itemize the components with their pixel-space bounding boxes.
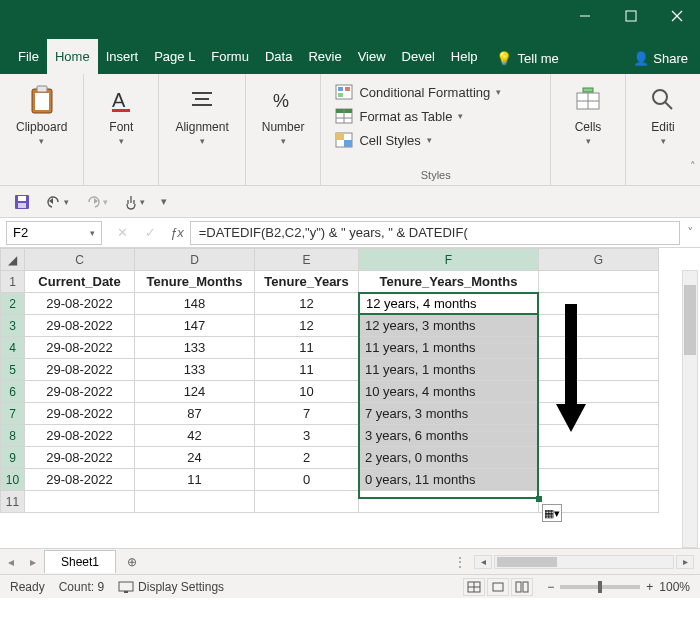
undo-button[interactable]: ▾ [42,193,73,211]
collapse-ribbon-icon[interactable]: ˄ [690,160,696,173]
editing-button[interactable]: Editi ▾ [636,80,690,150]
row-header[interactable]: 5 [1,359,25,381]
cell[interactable] [539,315,659,337]
cell[interactable]: 12 years, 4 months [359,293,539,315]
cell[interactable]: Current_Date [25,271,135,293]
cell[interactable] [539,425,659,447]
format-as-table-button[interactable]: Format as Table ▾ [331,106,540,126]
cell[interactable] [539,403,659,425]
cell[interactable]: 3 [255,425,359,447]
scroll-right-button[interactable]: ▸ [676,555,694,569]
cell[interactable]: 29-08-2022 [25,359,135,381]
tab-data[interactable]: Data [257,39,300,74]
column-header[interactable]: E [255,249,359,271]
cell[interactable]: 11 years, 1 months [359,337,539,359]
horizontal-scrollbar[interactable]: ⋮ ◂ ▸ [448,555,700,569]
cell[interactable]: 11 [255,359,359,381]
cell[interactable]: 0 years, 11 months [359,469,539,491]
tab-file[interactable]: File [10,39,47,74]
cell[interactable]: 148 [135,293,255,315]
column-header[interactable]: F [359,249,539,271]
cell[interactable] [539,359,659,381]
cell[interactable]: 29-08-2022 [25,293,135,315]
formula-input[interactable]: =DATEDIF(B2,C2,"y") & " years, " & DATED… [190,221,680,245]
tab-developer[interactable]: Devel [394,39,443,74]
scrollbar-thumb[interactable] [497,557,557,567]
cell[interactable]: 29-08-2022 [25,315,135,337]
cell[interactable]: 2 years, 0 months [359,447,539,469]
zoom-slider[interactable] [560,585,640,589]
cell[interactable]: 11 [255,337,359,359]
paste-button[interactable]: Clipboard ▾ [10,80,73,150]
touch-mode-button[interactable]: ▾ [120,192,149,212]
cell[interactable]: 29-08-2022 [25,381,135,403]
number-button[interactable]: % Number ▾ [256,80,311,150]
cell[interactable]: 29-08-2022 [25,337,135,359]
cell[interactable]: 11 [135,469,255,491]
sheet-tab[interactable]: Sheet1 [44,550,116,573]
cell[interactable]: 12 [255,293,359,315]
row-header[interactable]: 10 [1,469,25,491]
close-button[interactable] [654,0,700,32]
page-break-view-button[interactable] [511,578,533,596]
tab-formulas[interactable]: Formu [203,39,257,74]
cell[interactable]: Tenure_Years_Months [359,271,539,293]
cell[interactable]: Tenure_Years [255,271,359,293]
share-button[interactable]: 👤 Share [621,43,700,74]
tab-review[interactable]: Revie [300,39,349,74]
zoom-out-button[interactable]: − [547,580,554,594]
cell[interactable]: 29-08-2022 [25,447,135,469]
tell-me[interactable]: 💡 Tell me [486,43,569,74]
cell[interactable]: 10 years, 4 months [359,381,539,403]
scrollbar-thumb[interactable] [684,285,696,355]
row-header[interactable]: 11 [1,491,25,513]
qat-customize-button[interactable]: ▾ [157,193,171,210]
cell[interactable]: 12 [255,315,359,337]
cell[interactable]: 87 [135,403,255,425]
cell[interactable] [539,469,659,491]
sheet-nav-prev[interactable]: ◂ [0,555,22,569]
cell[interactable]: 3 years, 6 months [359,425,539,447]
sheet-nav-next[interactable]: ▸ [22,555,44,569]
cell[interactable] [539,381,659,403]
cell[interactable]: 147 [135,315,255,337]
cell[interactable]: Tenure_Months [135,271,255,293]
cell[interactable]: 10 [255,381,359,403]
fx-icon[interactable]: ƒx [164,225,190,240]
row-header[interactable]: 4 [1,337,25,359]
tab-help[interactable]: Help [443,39,486,74]
cell[interactable] [539,447,659,469]
expand-formula-bar-button[interactable]: ˅ [680,225,700,240]
cell[interactable] [25,491,135,513]
cell[interactable]: 2 [255,447,359,469]
cells-button[interactable]: Cells ▾ [561,80,615,150]
cell[interactable]: 0 [255,469,359,491]
display-settings-button[interactable]: Display Settings [118,580,224,594]
cell[interactable]: 24 [135,447,255,469]
row-header[interactable]: 2 [1,293,25,315]
column-header[interactable]: G [539,249,659,271]
column-header[interactable]: C [25,249,135,271]
row-header[interactable]: 1 [1,271,25,293]
cell[interactable]: 42 [135,425,255,447]
alignment-button[interactable]: Alignment ▾ [169,80,234,150]
autofill-options-button[interactable]: ▦▾ [542,504,562,522]
cell[interactable] [539,271,659,293]
cell[interactable]: 133 [135,337,255,359]
font-button[interactable]: A Font ▾ [94,80,148,150]
cell-styles-button[interactable]: Cell Styles ▾ [331,130,540,150]
redo-button[interactable]: ▾ [81,193,112,211]
select-all-button[interactable]: ◢ [1,249,25,271]
cell[interactable]: 7 [255,403,359,425]
cell[interactable] [255,491,359,513]
cancel-formula-button[interactable]: ✕ [108,221,136,245]
cell[interactable]: 124 [135,381,255,403]
minimize-button[interactable] [562,0,608,32]
worksheet-grid[interactable]: ◢ C D E F G 1 Current_Date Tenure_Months… [0,248,700,548]
vertical-scrollbar[interactable] [682,270,698,548]
tab-home[interactable]: Home [47,39,98,74]
name-box[interactable]: F2 ▾ [6,221,102,245]
row-header[interactable]: 6 [1,381,25,403]
cell[interactable] [539,337,659,359]
cell[interactable]: 29-08-2022 [25,469,135,491]
